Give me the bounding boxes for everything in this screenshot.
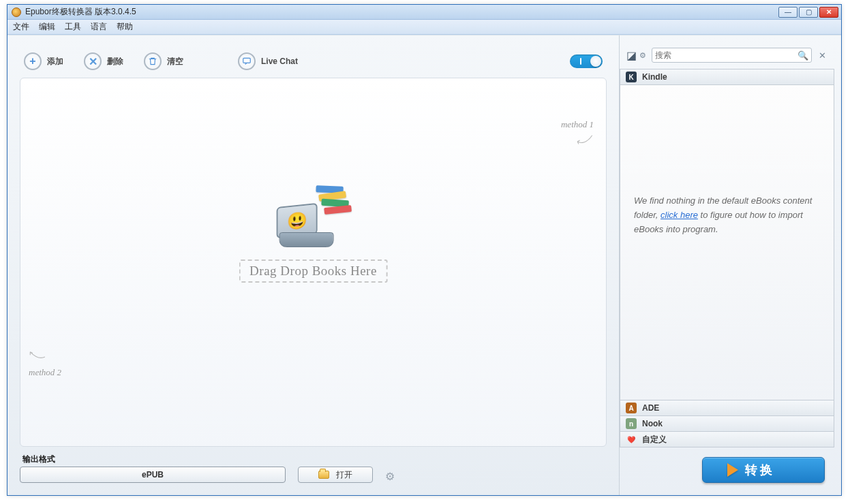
library-panel: ◪ ⚙ 🔍 ✕ K Kindle We find nothing in the … xyxy=(619,35,841,495)
mascot-illustration: 😃 xyxy=(272,183,354,251)
search-icon[interactable]: 🔍 xyxy=(798,50,808,61)
hint-method-2: method 2 xyxy=(29,351,61,378)
clear-search-button[interactable]: ✕ xyxy=(817,50,828,61)
livechat-label: Live Chat xyxy=(261,57,298,66)
library-icon: ◪ xyxy=(626,49,637,62)
library-topbar: ◪ ⚙ 🔍 ✕ xyxy=(620,48,834,69)
search-field[interactable]: 🔍 xyxy=(652,48,812,63)
chat-icon xyxy=(238,52,256,70)
convert-label: 转换 xyxy=(745,462,775,478)
source-kindle-body: We find nothing in the default eBooks co… xyxy=(620,85,834,400)
convert-row: 转换 xyxy=(620,447,834,487)
library-settings-icon[interactable]: ⚙ xyxy=(639,51,646,60)
open-label: 打开 xyxy=(336,469,352,481)
menu-language[interactable]: 语言 xyxy=(91,21,107,33)
panel-toggle[interactable] xyxy=(570,54,603,68)
x-icon: ✕ xyxy=(84,52,102,70)
hint-method-1: method 1 xyxy=(561,119,594,146)
method-1-label: method 1 xyxy=(561,119,594,130)
window-title: Epubor终极转换器 版本3.0.4.5 xyxy=(25,6,777,18)
arrow-right-icon xyxy=(727,463,738,477)
menu-file[interactable]: 文件 xyxy=(13,21,29,33)
source-custom-label: 自定义 xyxy=(642,434,667,445)
delete-label: 删除 xyxy=(107,56,123,67)
arrow-curve-icon xyxy=(29,351,48,363)
maximize-button[interactable]: ▢ xyxy=(799,7,818,18)
clear-label: 清空 xyxy=(167,56,183,67)
source-ade-label: ADE xyxy=(642,403,659,413)
output-format-select[interactable]: ePUB xyxy=(20,467,286,483)
output-format-group: 输出格式 ePUB xyxy=(20,454,286,483)
output-format-value: ePUB xyxy=(142,470,164,479)
drop-center: 😃 Drag Drop Books Here xyxy=(239,183,388,283)
minimize-button[interactable]: — xyxy=(778,7,798,18)
app-window: Epubor终极转换器 版本3.0.4.5 — ▢ ✕ 文件 编辑 工具 语言 … xyxy=(7,4,842,496)
settings-gear-icon[interactable]: ⚙ xyxy=(385,470,395,483)
menu-help[interactable]: 帮助 xyxy=(117,21,133,33)
delete-button[interactable]: ✕ 删除 xyxy=(84,52,123,70)
drop-zone[interactable]: method 1 method 2 😃 Drag Drop Books Here xyxy=(20,78,607,447)
convert-button[interactable]: 转换 xyxy=(702,457,825,483)
source-nook-label: Nook xyxy=(642,419,663,428)
folder-icon xyxy=(318,471,329,479)
output-format-label: 输出格式 xyxy=(20,454,286,465)
method-2-label: method 2 xyxy=(29,367,61,378)
plus-icon: + xyxy=(24,52,42,70)
ade-icon: A xyxy=(626,403,637,413)
menu-edit[interactable]: 编辑 xyxy=(39,21,55,33)
menubar: 文件 编辑 工具 语言 帮助 xyxy=(7,20,841,35)
open-folder-button[interactable]: 打开 xyxy=(298,467,373,483)
clear-button[interactable]: 清空 xyxy=(144,52,183,70)
svg-rect-0 xyxy=(243,58,251,63)
menu-tools[interactable]: 工具 xyxy=(65,21,81,33)
empty-msg-link[interactable]: click here xyxy=(661,210,698,220)
livechat-button[interactable]: Live Chat xyxy=(238,52,298,70)
drop-label: Drag Drop Books Here xyxy=(239,259,388,283)
source-custom[interactable]: ❤️ 自定义 xyxy=(620,431,834,447)
source-ade[interactable]: A ADE xyxy=(620,400,834,416)
toggle-indicator-icon xyxy=(580,58,581,65)
toolbar: + 添加 ✕ 删除 清空 Live Chat xyxy=(20,48,607,75)
source-kindle[interactable]: K Kindle xyxy=(620,69,834,85)
source-nook[interactable]: n Nook xyxy=(620,415,834,432)
nook-icon: n xyxy=(626,418,637,429)
add-label: 添加 xyxy=(47,56,63,67)
close-button[interactable]: ✕ xyxy=(819,7,838,18)
trash-icon xyxy=(144,52,162,70)
kindle-icon: K xyxy=(626,72,637,82)
add-button[interactable]: + 添加 xyxy=(24,52,63,70)
heart-icon: ❤️ xyxy=(626,434,637,445)
output-row: 输出格式 ePUB 打开 ⚙ xyxy=(20,447,607,487)
app-icon xyxy=(12,7,21,17)
main-panel: + 添加 ✕ 删除 清空 Live Chat xyxy=(7,35,619,495)
source-kindle-label: Kindle xyxy=(642,72,667,82)
titlebar: Epubor终极转换器 版本3.0.4.5 — ▢ ✕ xyxy=(7,5,841,20)
arrow-curve-icon xyxy=(575,134,594,146)
search-input[interactable] xyxy=(655,50,798,60)
toggle-knob-icon xyxy=(590,56,601,67)
